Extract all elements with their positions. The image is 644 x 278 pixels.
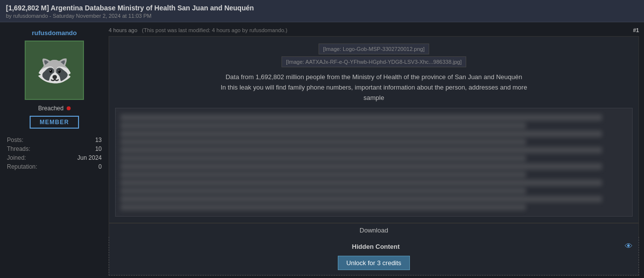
user-sidebar: rufusdomando 🦝 Breached MEMBER Posts: 13… — [5, 27, 104, 278]
blur-row-8 — [121, 172, 526, 178]
post-body: [Image: Logo-Gob-MSP-3302720012.png] [Im… — [109, 36, 639, 223]
post-meta: 4 hours ago (This post was last modified… — [109, 27, 639, 33]
sample-label: sample — [115, 93, 633, 103]
blur-row-1 — [121, 114, 602, 121]
page-byline: by rufusdomando - Saturday November 2, 2… — [6, 13, 638, 19]
page-title: [1,692,802 M] Argentina Database Ministr… — [6, 4, 638, 12]
reputation-value: 0 — [98, 163, 102, 170]
description-line2: In this leak you will find family phone … — [115, 83, 633, 93]
avatar-image: 🦝 — [36, 55, 73, 85]
blur-row-4 — [121, 139, 526, 145]
sample-image: [Image: AATXAJx-RF-e-Q-YFhwb-HGphd-YDG8-… — [282, 56, 466, 67]
blur-row-11 — [121, 196, 602, 202]
blur-row-10 — [121, 188, 526, 194]
breached-status: Breached — [38, 105, 70, 112]
threads-label: Threads: — [7, 145, 30, 152]
threads-value: 10 — [95, 145, 102, 152]
user-stats: Posts: 13 Threads: 10 Joined: Jun 2024 R… — [5, 136, 104, 171]
download-label: Download — [360, 227, 388, 234]
hidden-content-title: Hidden Content — [127, 243, 625, 250]
unlock-button[interactable]: Unlock for 3 credits — [338, 256, 409, 270]
blur-row-3 — [121, 131, 602, 137]
joined-label: Joined: — [7, 154, 26, 161]
logo-image: [Image: Logo-Gob-MSP-3302720012.png] — [319, 44, 429, 54]
description-line1: Data from 1,692,802 million people from … — [115, 72, 633, 83]
blur-row-6 — [121, 155, 526, 162]
sample-blur — [116, 108, 632, 216]
blur-row-2 — [121, 123, 526, 129]
breached-dot — [67, 106, 71, 110]
breached-label: Breached — [38, 105, 63, 112]
posts-label: Posts: — [7, 137, 23, 143]
main-container: rufusdomando 🦝 Breached MEMBER Posts: 13… — [0, 22, 644, 278]
stat-threads: Threads: 10 — [7, 144, 102, 153]
page-header: [1,692,802 M] Argentina Database Ministr… — [0, 0, 644, 22]
member-badge: MEMBER — [30, 116, 79, 129]
stat-posts: Posts: 13 — [7, 136, 102, 144]
blur-row-12 — [121, 204, 526, 211]
post-timestamp: 4 hours ago (This post was last modified… — [109, 27, 287, 33]
download-bar: Download — [109, 223, 639, 237]
post-description: Data from 1,692,802 million people from … — [115, 72, 633, 103]
blur-row-9 — [121, 180, 602, 186]
stat-joined: Joined: Jun 2024 — [7, 153, 102, 162]
post-modified: (This post was last modified: 4 hours ag… — [142, 27, 287, 33]
reputation-label: Reputation: — [7, 163, 37, 170]
eye-icon[interactable]: 👁 — [625, 242, 633, 251]
avatar: 🦝 — [25, 41, 84, 100]
stat-reputation: Reputation: 0 — [7, 162, 102, 171]
posts-value: 13 — [95, 137, 102, 143]
blur-row-5 — [121, 147, 602, 153]
content-area: 4 hours ago (This post was last modified… — [109, 27, 639, 278]
joined-value: Jun 2024 — [78, 154, 102, 161]
post-number: #1 — [633, 27, 639, 33]
sample-area — [115, 108, 633, 217]
hidden-content-section: Hidden Content 👁 Unlock for 3 credits — [109, 237, 639, 276]
hidden-content-header: Hidden Content 👁 — [115, 242, 633, 251]
username-link[interactable]: rufusdomando — [32, 29, 77, 37]
blur-row-7 — [121, 163, 602, 170]
post-images: [Image: Logo-Gob-MSP-3302720012.png] [Im… — [115, 43, 633, 68]
